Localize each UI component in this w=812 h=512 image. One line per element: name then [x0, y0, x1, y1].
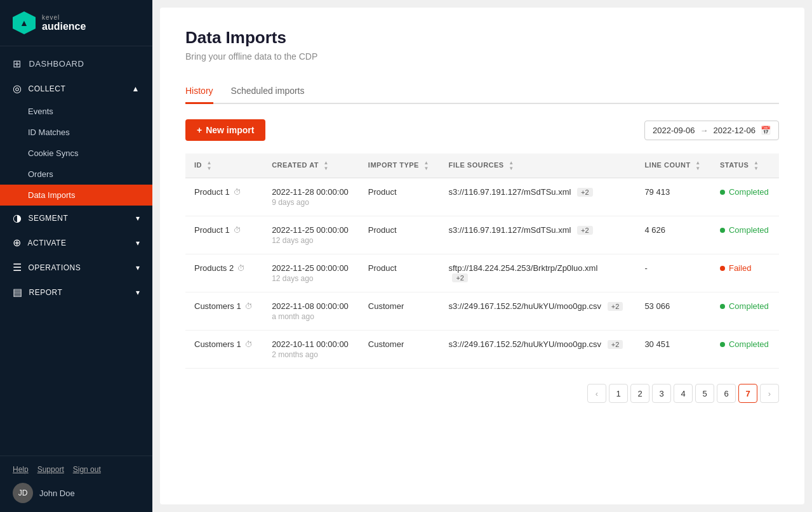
nav-collect-header[interactable]: ◎ COLLECT ▲	[0, 76, 152, 101]
sidebar-item-events[interactable]: Events	[0, 101, 152, 122]
activate-left: ⊕ ACTIVATE	[13, 237, 66, 249]
nav-dashboard[interactable]: ⊞ DASHBOARD	[0, 51, 152, 76]
avatar: JD	[13, 483, 33, 503]
page-btn-3[interactable]: 3	[652, 384, 671, 403]
cell-import-type: Product	[359, 178, 440, 216]
nav-operations-label: OPERATIONS	[29, 263, 81, 272]
cell-created-at: 2022-11-25 00:00:00 12 days ago	[263, 216, 359, 254]
page-prev-button[interactable]: ‹	[587, 384, 606, 403]
sidebar-item-data-imports[interactable]: Data Imports	[0, 185, 152, 206]
file-source-text: s3://249.167.152.52/huUkYU/moo0gp.csv	[448, 301, 601, 311]
file-source-extra-badge[interactable]: +2	[577, 226, 593, 235]
cell-created-at: 2022-11-28 00:00:00 9 days ago	[263, 178, 359, 216]
cell-import-type: Product	[359, 216, 440, 254]
status-text: Completed	[729, 339, 769, 349]
col-line-count[interactable]: LINE COUNT ▲▼	[636, 154, 711, 178]
user-row: JD John Doe	[13, 483, 140, 503]
status-sort-icon: ▲▼	[754, 160, 759, 171]
operations-icon: ☰	[13, 261, 22, 273]
cell-import-type: Product	[359, 254, 440, 292]
file-source-extra-badge[interactable]: +2	[452, 273, 468, 282]
nav-activate-header[interactable]: ⊕ ACTIVATE ▾	[0, 230, 152, 255]
cell-line-count: 30 451	[636, 331, 711, 369]
col-status[interactable]: STATUS ▲▼	[711, 154, 779, 178]
report-icon: ▤	[13, 286, 23, 298]
signout-link[interactable]: Sign out	[73, 465, 101, 474]
file-source-container: s3://116.97.191.127/mSdTSu.xml +2	[448, 225, 592, 235]
status-badge: Completed	[720, 225, 770, 235]
segment-left: ◑ SEGMENT	[13, 212, 68, 224]
col-id[interactable]: ID ▲▼	[185, 154, 263, 178]
dashboard-icon: ⊞	[13, 58, 22, 70]
status-text: Completed	[729, 301, 769, 311]
file-source-container: s3://249.167.152.52/huUkYU/moo0gp.csv +2	[448, 301, 623, 311]
table-row: Customers 1 ⏱ 2022-10-11 00:00:00 2 mont…	[185, 331, 779, 369]
file-source-extra-badge[interactable]: +2	[608, 302, 623, 311]
cell-file-sources: sftp://184.224.254.253/Brktrp/Zp0luo.xml…	[439, 254, 636, 292]
table-row: Product 1 ⏱ 2022-11-28 00:00:00 9 days a…	[185, 178, 779, 216]
status-dot-icon	[720, 304, 725, 309]
page-next-button[interactable]: ›	[760, 384, 779, 403]
nav-operations-header[interactable]: ☰ OPERATIONS ▾	[0, 255, 152, 280]
page-btn-1[interactable]: 1	[609, 384, 628, 403]
tab-scheduled-imports[interactable]: Scheduled imports	[231, 79, 305, 104]
cell-status: Completed	[711, 178, 779, 216]
file-source-extra-badge[interactable]: +2	[608, 340, 623, 349]
calendar-icon: 📅	[761, 126, 771, 135]
help-link[interactable]: Help	[13, 465, 29, 474]
date-relative-text: 12 days ago	[272, 274, 350, 283]
tab-history[interactable]: History	[185, 79, 213, 104]
collect-chevron-icon: ▲	[132, 84, 140, 93]
date-range-arrow: →	[700, 126, 709, 135]
nav-segment-header[interactable]: ◑ SEGMENT ▾	[0, 206, 152, 230]
cell-id: Products 2 ⏱	[185, 254, 263, 292]
import-id-text: Customers 1	[194, 339, 241, 349]
cell-line-count: 4 626	[636, 216, 711, 254]
line-count-text: 30 451	[644, 339, 670, 349]
page-btn-5[interactable]: 5	[695, 384, 714, 403]
activate-icon: ⊕	[13, 237, 22, 249]
status-badge: Completed	[720, 301, 770, 311]
status-badge: Completed	[720, 339, 770, 349]
status-dot-icon	[720, 266, 725, 271]
date-text: 2022-11-08 00:00:00	[272, 301, 350, 311]
page-btn-4[interactable]: 4	[674, 384, 693, 403]
cell-status: Completed	[711, 292, 779, 331]
import-id-text: Products 2	[194, 263, 234, 273]
logo-area: ▲ kevel audience	[0, 0, 152, 46]
new-import-button[interactable]: + New import	[185, 119, 265, 141]
sidebar-item-cookie-syncs[interactable]: Cookie Syncs	[0, 143, 152, 164]
import-type-text: Customer	[368, 301, 404, 311]
sidebar-item-id-matches[interactable]: ID Matches	[0, 122, 152, 143]
col-file-sources[interactable]: FILE SOURCES ▲▼	[439, 154, 636, 178]
nav-report-header[interactable]: ▤ REPORT ▾	[0, 280, 152, 305]
support-link[interactable]: Support	[37, 465, 64, 474]
brand-name: audience	[42, 21, 86, 32]
table-header: ID ▲▼ CREATED AT ▲▼ IMPORT TYPE ▲▼ FILE …	[185, 154, 779, 178]
date-text: 2022-10-11 00:00:00	[272, 339, 350, 349]
date-range-picker[interactable]: 2022-09-06 → 2022-12-06 📅	[644, 121, 779, 140]
import-type-text: Product	[368, 187, 397, 197]
nav-segment-label: SEGMENT	[29, 214, 69, 223]
clock-icon: ⏱	[237, 264, 245, 273]
pagination: ‹ 1 2 3 4 5 6 7 ›	[185, 384, 779, 403]
clock-icon: ⏱	[234, 188, 241, 197]
cell-line-count: 53 066	[636, 292, 711, 331]
clock-icon: ⏱	[245, 340, 253, 349]
file-source-container: s3://116.97.191.127/mSdTSu.xml +2	[448, 187, 592, 197]
import-id-text: Customers 1	[194, 301, 241, 311]
page-btn-6[interactable]: 6	[717, 384, 736, 403]
cell-line-count: 79 413	[636, 178, 711, 216]
sidebar-item-orders[interactable]: Orders	[0, 164, 152, 185]
file-source-text: s3://116.97.191.127/mSdTSu.xml	[448, 187, 571, 197]
file-source-extra-badge[interactable]: +2	[577, 188, 593, 197]
report-left: ▤ REPORT	[13, 286, 62, 298]
nav-section: ⊞ DASHBOARD ◎ COLLECT ▲ Events ID Matche…	[0, 46, 152, 310]
sidebar: ▲ kevel audience ⊞ DASHBOARD ◎ COLLECT ▲…	[0, 0, 152, 512]
page-btn-2[interactable]: 2	[630, 384, 649, 403]
toolbar: + New import 2022-09-06 → 2022-12-06 📅	[185, 119, 779, 141]
page-btn-7[interactable]: 7	[738, 384, 757, 403]
col-created-at[interactable]: CREATED AT ▲▼	[263, 154, 359, 178]
col-import-type[interactable]: IMPORT TYPE ▲▼	[359, 154, 440, 178]
status-text: Completed	[729, 187, 769, 197]
